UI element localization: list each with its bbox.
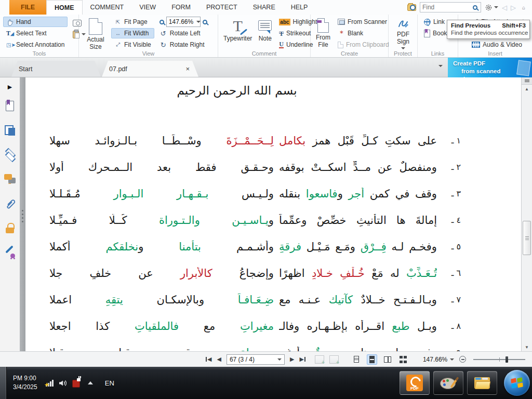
typewriter-icon: T: [233, 18, 243, 34]
scroll-down-icon[interactable]: ▼: [522, 343, 532, 351]
navigation-sidebar: ▶: [0, 77, 20, 351]
chevron-down-icon: [494, 6, 498, 8]
find-options-button[interactable]: [485, 4, 498, 11]
fit-page-icon: ⇱: [114, 19, 122, 25]
volume-icon[interactable]: [59, 379, 68, 387]
zoom-slider[interactable]: [473, 359, 525, 360]
ribbon-tab-file[interactable]: FILE: [9, 0, 46, 15]
scroll-up-icon[interactable]: ▲: [522, 85, 532, 93]
next-page-button[interactable]: ▶: [290, 356, 294, 363]
rotate-left-button[interactable]: ↺Rotate Left: [156, 28, 210, 38]
zoom-out-icon[interactable]: [159, 20, 164, 24]
pdf-sign-button[interactable]: PDF Sign: [392, 17, 415, 51]
zoom-in-icon[interactable]: [203, 20, 207, 24]
note-button[interactable]: Note: [256, 17, 274, 44]
comments-panel-button[interactable]: [0, 167, 20, 191]
poem-line: ٢ ـومنفصلٌ عن مــدٍّ اسكــتْ بوقفهوحـقـق…: [25, 154, 521, 180]
link-icon: [424, 19, 431, 25]
zoom-slider-handle[interactable]: [506, 356, 508, 363]
taskbar-clock[interactable]: PM 9:00 3/4/2025: [13, 374, 37, 392]
from-scanner-button[interactable]: From Scanner: [335, 17, 392, 27]
continuous-facing-layout-button[interactable]: [398, 354, 408, 365]
typewriter-button[interactable]: T Typewriter: [221, 17, 254, 44]
ribbon-tab-protect[interactable]: PROTECT: [198, 0, 245, 15]
fit-visible-button[interactable]: ⤢Fit Visible: [111, 39, 154, 50]
zoom-combo[interactable]: 147.66%: [166, 17, 201, 27]
bookmarks-panel-button[interactable]: [0, 94, 20, 118]
facing-layout-button[interactable]: [382, 354, 393, 365]
fit-page-button[interactable]: ⇱Fit Page: [111, 17, 154, 27]
show-hidden-icons[interactable]: [88, 381, 93, 384]
scrollbar-thumb[interactable]: [523, 221, 531, 255]
from-clipboard-label: From Clipboard: [346, 41, 389, 48]
select-text-button[interactable]: T◢ Select Text: [3, 28, 68, 38]
show-desktop-button[interactable]: [0, 367, 7, 399]
audio-video-button[interactable]: Audio & Video: [469, 39, 527, 50]
select-annotation-button[interactable]: ◳➤ Select Annotation: [3, 39, 68, 50]
group-label-comment: Comment: [218, 50, 310, 57]
panel-splitter[interactable]: [20, 77, 25, 351]
zoom-out-icon[interactable]: [459, 356, 466, 363]
ribbon-tab-comment[interactable]: COMMENT: [83, 0, 132, 15]
group-label-protect: Protect: [389, 50, 417, 57]
poem-segment: كآتيك: [329, 294, 353, 306]
search-icon[interactable]: [473, 5, 477, 10]
page-number-field[interactable]: 67 (3 / 4): [227, 354, 285, 365]
last-page-button[interactable]: ▶: [299, 356, 305, 363]
scrollbar-track[interactable]: [522, 93, 532, 343]
attachments-panel-button[interactable]: [0, 191, 20, 216]
security-panel-button[interactable]: [0, 216, 20, 240]
ribbon-tab-view[interactable]: VIEW: [131, 0, 164, 15]
poem-segment: مُـقَـلـلا: [49, 188, 114, 200]
foxit-taskbar-button[interactable]: [400, 371, 430, 395]
vertical-scrollbar[interactable]: ▲ ▼: [521, 77, 532, 351]
first-page-button[interactable]: ◀: [206, 356, 211, 363]
chevron-down-icon[interactable]: [450, 358, 454, 361]
prev-page-button[interactable]: ◀: [217, 356, 221, 363]
expand-panel-button[interactable]: ▶: [0, 80, 20, 94]
split-view-handle[interactable]: [522, 77, 532, 85]
continuous-layout-button[interactable]: [367, 354, 377, 365]
from-scanner-icon: [338, 19, 345, 25]
rotate-right-button[interactable]: ↻Rotate Right: [156, 39, 210, 50]
blank-button[interactable]: ＊Blank: [335, 28, 392, 38]
power-plug-icon[interactable]: [72, 380, 80, 388]
ribbon-group-comment: T Typewriter Note abcHighlight TStrikeou…: [218, 15, 311, 57]
find-folder-icon[interactable]: [407, 4, 416, 11]
start-button[interactable]: [504, 370, 530, 396]
pdf-page[interactable]: بسم الله الرحمن الرحيم ١ ـعلى سكتِ كـلِّ…: [25, 77, 521, 351]
fit-width-button[interactable]: ↔Fit Width: [111, 28, 154, 38]
collapse-ribbon-button[interactable]: ⌂: [520, 4, 528, 11]
fit-visible-label: Fit Visible: [124, 41, 151, 48]
find-previous-tooltip: Find Previous Shift+F3 Find the previous…: [447, 20, 530, 39]
actual-size-button[interactable]: Actual Size: [82, 17, 109, 52]
poem-segment: فاسعوا: [306, 188, 338, 200]
tab-list-dropdown-icon[interactable]: [438, 65, 443, 67]
network-icon[interactable]: [46, 379, 54, 387]
hand-tool-button[interactable]: Hand: [3, 17, 68, 27]
ribbon-tab-help[interactable]: HELP: [283, 0, 316, 15]
from-scanner-label: From Scanner: [348, 18, 387, 25]
from-file-button[interactable]: From File: [314, 17, 332, 50]
pages-panel-button[interactable]: [0, 118, 20, 142]
find-previous-button[interactable]: ◁: [502, 4, 507, 11]
poem-segment: بكامل: [279, 135, 305, 147]
create-pdf-banner[interactable]: Create PDF from scanned documents: [448, 58, 532, 77]
find-input[interactable]: [420, 4, 473, 11]
ribbon-tab-form[interactable]: FORM: [164, 0, 198, 15]
single-page-layout-button[interactable]: [351, 354, 362, 365]
signature-panel-button[interactable]: [0, 240, 20, 264]
tab-07pdf[interactable]: 07.pdf ×: [102, 61, 198, 77]
tab-start[interactable]: Start: [11, 61, 101, 77]
poem-hemistich-right: ومنفصلٌ عن مــدٍّ اسكــتْ بوقفه: [279, 161, 437, 174]
close-icon[interactable]: ×: [184, 65, 191, 73]
explorer-taskbar-button[interactable]: [467, 371, 497, 395]
ribbon-tab-share[interactable]: SHARE: [245, 0, 283, 15]
language-indicator[interactable]: EN: [105, 379, 114, 387]
find-next-button[interactable]: ▷: [511, 4, 516, 11]
poem-segment: و: [338, 188, 349, 200]
paint-taskbar-button[interactable]: [433, 371, 463, 395]
poem-segment: فالملقياتِ: [135, 320, 179, 332]
ribbon-tab-home[interactable]: HOME: [46, 0, 83, 15]
layers-panel-button[interactable]: [0, 142, 20, 167]
